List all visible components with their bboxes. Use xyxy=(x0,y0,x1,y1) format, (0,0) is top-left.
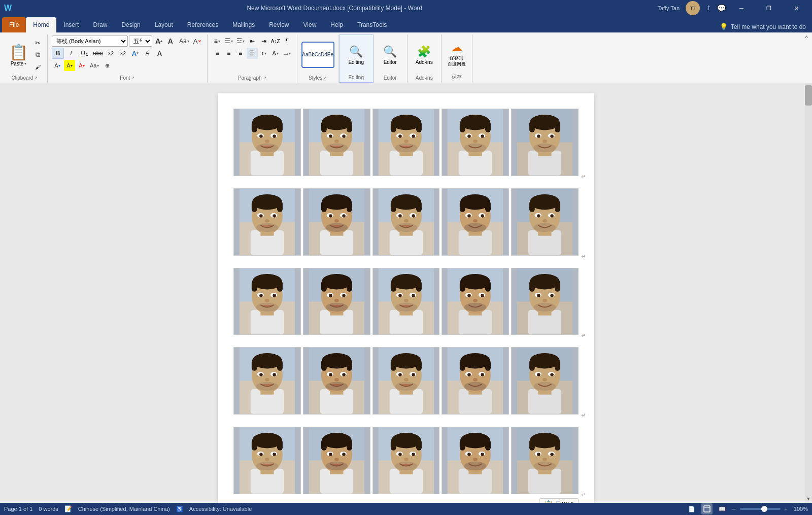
photo-1-2[interactable] xyxy=(303,109,370,176)
share-icon[interactable]: ⤴ xyxy=(707,5,710,12)
save-baidu-button[interactable]: ☁ 保存到百度网盘 xyxy=(446,40,468,68)
line-spacing-button[interactable]: ↕▾ xyxy=(258,48,269,59)
photo-5-4[interactable] xyxy=(442,427,509,494)
subscript-button[interactable]: x2 xyxy=(105,48,116,59)
font-color-row2[interactable]: A▾ xyxy=(52,60,63,71)
restore-button[interactable]: ❐ xyxy=(757,0,781,16)
copy-button[interactable]: ⧉ xyxy=(32,49,43,60)
addins-button[interactable]: 🧩 Add-ins xyxy=(412,43,437,67)
phonetics-btn[interactable]: ⊕ xyxy=(101,60,113,71)
font-color-btn2[interactable]: A▾ xyxy=(76,60,87,71)
photo-2-5[interactable] xyxy=(511,188,579,256)
tab-insert[interactable]: Insert xyxy=(56,17,86,32)
align-left-button[interactable]: ≡ xyxy=(212,48,223,59)
photo-5-1[interactable] xyxy=(233,427,301,494)
font-color-button[interactable]: A xyxy=(154,48,165,59)
right-scrollbar[interactable]: ▲ ▼ xyxy=(805,83,812,503)
tell-me-input[interactable]: 💡 Tell me what you want to do xyxy=(714,21,812,32)
collapse-ribbon-button[interactable]: ^ xyxy=(805,35,808,42)
zoom-percent[interactable]: 100% xyxy=(792,506,808,512)
change-case-button[interactable]: Aa▾ xyxy=(178,36,191,47)
photo-3-3[interactable] xyxy=(373,268,440,335)
editing-button[interactable]: 🔍 Editing xyxy=(344,43,369,67)
photo-5-2[interactable] xyxy=(303,427,370,494)
photo-5-3[interactable] xyxy=(373,427,440,494)
multilevel-button[interactable]: ☲▾ xyxy=(235,36,246,47)
tab-file[interactable]: File xyxy=(2,17,26,32)
styles-expand-icon[interactable]: ↗ xyxy=(323,76,327,80)
grow-font-button[interactable]: A+ xyxy=(153,36,164,47)
tab-draw[interactable]: Draw xyxy=(86,17,114,32)
align-right-button[interactable]: ≡ xyxy=(235,48,246,59)
minimize-button[interactable]: ─ xyxy=(730,0,753,16)
shrink-font-button[interactable]: A- xyxy=(165,36,177,47)
photo-5-5[interactable] xyxy=(511,427,579,494)
strikethrough-button[interactable]: abc xyxy=(91,48,104,59)
print-layout-view-button[interactable]: 📄 xyxy=(686,503,697,514)
photo-4-5[interactable] xyxy=(511,347,579,415)
sort-button[interactable]: A↕Z xyxy=(270,36,281,47)
font-size-select[interactable]: 五号 xyxy=(129,36,152,47)
align-center-button[interactable]: ≡ xyxy=(223,48,234,59)
cut-button[interactable]: ✂ xyxy=(32,37,43,48)
highlight-color-button[interactable]: A xyxy=(142,48,153,59)
photo-4-2[interactable] xyxy=(303,347,370,415)
photo-4-3[interactable] xyxy=(373,347,440,415)
document-area[interactable]: ↵ xyxy=(0,83,812,503)
tab-design[interactable]: Design xyxy=(114,17,147,32)
photo-2-2[interactable] xyxy=(303,188,370,256)
superscript-button[interactable]: x2 xyxy=(117,48,128,59)
tab-home[interactable]: Home xyxy=(26,17,56,32)
highlight-row2[interactable]: A▾ xyxy=(64,60,75,71)
tab-view[interactable]: View xyxy=(296,17,324,32)
numbering-button[interactable]: ☰▾ xyxy=(223,36,234,47)
photo-2-1[interactable] xyxy=(233,188,301,256)
scroll-down-button[interactable]: ▼ xyxy=(805,495,812,503)
justify-button[interactable]: ☰ xyxy=(247,48,258,59)
increase-indent-button[interactable]: ⇥ xyxy=(258,36,269,47)
scroll-thumb[interactable] xyxy=(805,85,812,106)
underline-button[interactable]: U▾ xyxy=(78,48,90,59)
shading-button[interactable]: A▾ xyxy=(270,48,281,59)
font-family-select[interactable]: 等线 (Body Asian) xyxy=(52,36,128,47)
close-button[interactable]: ✕ xyxy=(785,0,808,16)
tab-transtools[interactable]: TransTools xyxy=(350,17,394,32)
photo-3-5[interactable] xyxy=(511,268,579,335)
paragraph-expand-icon[interactable]: ↗ xyxy=(263,76,266,80)
case-btn2[interactable]: Aa▾ xyxy=(88,60,100,71)
show-marks-button[interactable]: ¶ xyxy=(282,36,293,47)
tab-references[interactable]: References xyxy=(180,17,225,32)
text-effects-button[interactable]: A▾ xyxy=(129,48,141,59)
photo-4-4[interactable] xyxy=(442,347,509,415)
tab-layout[interactable]: Layout xyxy=(148,17,180,32)
zoom-slider[interactable] xyxy=(740,508,781,510)
tab-review[interactable]: Review xyxy=(262,17,296,32)
clipboard-expand-icon[interactable]: ↗ xyxy=(34,76,38,80)
format-painter-button[interactable]: 🖌 xyxy=(32,61,43,73)
bullets-button[interactable]: ≡▾ xyxy=(212,36,223,47)
web-layout-view-button[interactable] xyxy=(701,503,713,514)
paste-button[interactable]: 📋 Paste ▾ xyxy=(6,41,31,68)
photo-1-4[interactable] xyxy=(442,109,509,176)
editor-button[interactable]: 🔍 Editor xyxy=(378,43,403,67)
read-mode-view-button[interactable]: 📖 xyxy=(717,503,728,514)
photo-3-1[interactable] xyxy=(233,268,301,335)
clear-formatting-button[interactable]: A✕ xyxy=(192,36,203,47)
photo-3-2[interactable] xyxy=(303,268,370,335)
tab-help[interactable]: Help xyxy=(323,17,350,32)
photo-1-3[interactable] xyxy=(373,109,440,176)
user-avatar[interactable]: TT xyxy=(686,1,700,15)
font-expand-icon[interactable]: ↗ xyxy=(131,76,134,80)
tab-mailings[interactable]: Mailings xyxy=(225,17,262,32)
paste-popup[interactable]: 📋 📋(Ctrl) xyxy=(539,498,579,503)
zoom-increase-button[interactable]: + xyxy=(785,506,788,512)
zoom-decrease-button[interactable]: ─ xyxy=(732,506,736,512)
italic-button[interactable]: I xyxy=(65,48,77,59)
styles-normal-button[interactable]: AaBbCcDdEe xyxy=(301,42,334,68)
bold-button[interactable]: B xyxy=(52,48,64,59)
language[interactable]: Chinese (Simplified, Mainland China) xyxy=(78,506,170,512)
photo-4-1[interactable] xyxy=(233,347,301,415)
border-button[interactable]: ▭▾ xyxy=(282,48,293,59)
accessibility-status[interactable]: Accessibility: Unavailable xyxy=(189,506,252,512)
photo-1-5[interactable] xyxy=(511,109,579,176)
